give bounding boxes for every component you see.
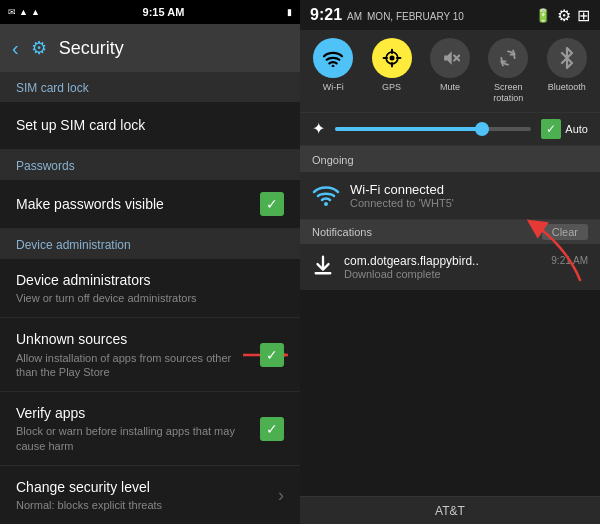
rotation-icon xyxy=(498,48,518,68)
time-display: 9:21 xyxy=(310,6,342,24)
page-title: Security xyxy=(59,38,124,59)
ongoing-section-title: Ongoing xyxy=(312,154,354,166)
gps-toggle-label: GPS xyxy=(382,82,401,93)
status-icons-right-left: ▮ xyxy=(287,7,292,17)
sim-divider-text: SIM card lock xyxy=(16,81,89,95)
verify-apps-subtitle: Block or warn before installing apps tha… xyxy=(16,424,252,453)
device-administrators-title: Device administrators xyxy=(16,271,276,289)
device-admin-section-divider: Device administration xyxy=(0,229,300,259)
device-administrators-item[interactable]: Device administrators View or turn off d… xyxy=(0,259,300,318)
verify-apps-content: Verify apps Block or warn before install… xyxy=(16,404,260,453)
download-icon xyxy=(312,254,334,276)
brightness-icon: ✦ xyxy=(312,119,325,138)
msg-icon: ✉ xyxy=(8,7,16,17)
time-ampm: AM xyxy=(347,11,362,22)
settings-gear-button[interactable]: ⚙ xyxy=(557,6,571,25)
settings-gear-icon: ⚙ xyxy=(31,37,47,59)
wifi-notification-content: Wi-Fi connected Connected to 'WHT5' xyxy=(350,182,454,209)
mute-toggle[interactable]: Mute xyxy=(424,38,476,104)
auto-label: Auto xyxy=(565,123,588,135)
gps-toggle-icon[interactable] xyxy=(372,38,412,78)
verify-apps-title: Verify apps xyxy=(16,404,252,422)
auto-brightness-checkbox[interactable]: ✓ Auto xyxy=(541,119,588,139)
gps-toggle[interactable]: GPS xyxy=(366,38,418,104)
mute-toggle-label: Mute xyxy=(440,82,460,93)
brightness-slider[interactable] xyxy=(335,127,531,131)
status-icons-left: ✉ ▲ ▲ xyxy=(8,7,40,17)
passwords-section-divider: Passwords xyxy=(0,150,300,180)
change-security-level-subtitle: Normal: blocks explicit threats xyxy=(16,498,270,512)
screen-rotation-label: Screenrotation xyxy=(493,82,523,104)
wifi-notification-icon xyxy=(312,184,340,206)
change-security-level-title: Change security level xyxy=(16,478,270,496)
signal-icon: ▲ xyxy=(19,7,28,17)
unknown-sources-item[interactable]: Unknown sources Allow installation of ap… xyxy=(0,318,300,392)
right-panel: 9:21 AM MON, FEBRUARY 10 🔋 ⚙ ⊞ Wi-Fi xyxy=(300,0,600,524)
battery-icon: ▮ xyxy=(287,7,292,17)
unknown-sources-title: Unknown sources xyxy=(16,330,252,348)
brightness-thumb xyxy=(475,122,489,136)
notifications-section-title: Notifications xyxy=(312,226,372,238)
header-bar: ‹ ⚙ Security xyxy=(0,24,300,72)
verify-apps-check[interactable]: ✓ xyxy=(260,417,284,441)
chevron-right-icon: › xyxy=(278,485,284,506)
device-administrators-content: Device administrators View or turn off d… xyxy=(16,271,284,305)
brightness-fill xyxy=(335,127,482,131)
date-display: MON, FEBRUARY 10 xyxy=(367,11,464,22)
wifi-notification[interactable]: Wi-Fi connected Connected to 'WHT5' xyxy=(300,172,600,220)
settings-content: SIM card lock Set up SIM card lock Passw… xyxy=(0,72,300,524)
change-security-level-content: Change security level Normal: blocks exp… xyxy=(16,478,278,512)
grid-icon[interactable]: ⊞ xyxy=(577,6,590,25)
mute-toggle-icon[interactable] xyxy=(430,38,470,78)
unknown-sources-check[interactable]: ✓ xyxy=(260,343,284,367)
back-button[interactable]: ‹ xyxy=(12,37,19,60)
status-bar-left: ✉ ▲ ▲ 9:15 AM ▮ xyxy=(0,0,300,24)
red-arrow-notification xyxy=(520,215,590,285)
download-notification-title: com.dotgears.flappybird.. xyxy=(344,254,479,268)
wifi-notification-sub: Connected to 'WHT5' xyxy=(350,197,454,209)
make-passwords-visible-item[interactable]: Make passwords visible ✓ xyxy=(0,180,300,229)
make-passwords-title: Make passwords visible xyxy=(16,195,252,213)
unknown-sources-content: Unknown sources Allow installation of ap… xyxy=(16,330,260,379)
status-time: 9:15 AM xyxy=(143,6,185,18)
device-administrators-subtitle: View or turn off device administrators xyxy=(16,291,276,305)
screen-rotation-icon[interactable] xyxy=(488,38,528,78)
brightness-row: ✦ ✓ Auto xyxy=(300,113,600,146)
wifi-toggle-label: Wi-Fi xyxy=(323,82,344,93)
svg-point-3 xyxy=(389,56,394,61)
device-admin-divider-text: Device administration xyxy=(16,238,131,252)
status-icons-right: 🔋 ⚙ ⊞ xyxy=(535,6,590,25)
bluetooth-icon xyxy=(558,47,576,69)
sim-section-divider: SIM card lock xyxy=(0,72,300,102)
sim-card-lock-content: Set up SIM card lock xyxy=(16,116,284,134)
wifi-notification-title: Wi-Fi connected xyxy=(350,182,454,197)
auto-check-icon: ✓ xyxy=(541,119,561,139)
sim-card-lock-item[interactable]: Set up SIM card lock xyxy=(0,102,300,150)
bluetooth-toggle[interactable]: Bluetooth xyxy=(541,38,593,104)
wifi-icon-status: ▲ xyxy=(31,7,40,17)
passwords-divider-text: Passwords xyxy=(16,159,75,173)
sim-card-lock-title: Set up SIM card lock xyxy=(16,116,276,134)
unknown-sources-subtitle: Allow installation of apps from sources … xyxy=(16,351,252,380)
make-passwords-check[interactable]: ✓ xyxy=(260,192,284,216)
verify-apps-item[interactable]: Verify apps Block or warn before install… xyxy=(0,392,300,466)
download-notification[interactable]: com.dotgears.flappybird.. 9:21 AM Downlo… xyxy=(300,244,600,290)
wifi-toggle-icon[interactable] xyxy=(313,38,353,78)
svg-point-7 xyxy=(324,202,328,206)
svg-point-2 xyxy=(332,65,335,67)
screen-rotation-toggle[interactable]: Screenrotation xyxy=(482,38,534,104)
bluetooth-toggle-icon[interactable] xyxy=(547,38,587,78)
wifi-icon xyxy=(322,49,344,67)
carrier-name: AT&T xyxy=(435,504,465,518)
quick-toggles: Wi-Fi GPS Mute xyxy=(300,30,600,113)
battery-icon-right: 🔋 xyxy=(535,8,551,23)
make-passwords-content: Make passwords visible xyxy=(16,195,260,213)
bluetooth-toggle-label: Bluetooth xyxy=(548,82,586,93)
wifi-toggle[interactable]: Wi-Fi xyxy=(307,38,359,104)
ongoing-section-header: Ongoing xyxy=(300,146,600,172)
gps-icon xyxy=(382,48,402,68)
change-security-level-item[interactable]: Change security level Normal: blocks exp… xyxy=(0,466,300,524)
carrier-bar: AT&T xyxy=(300,496,600,524)
mute-icon xyxy=(440,48,460,68)
status-bar-right: 9:21 AM MON, FEBRUARY 10 🔋 ⚙ ⊞ xyxy=(300,0,600,30)
